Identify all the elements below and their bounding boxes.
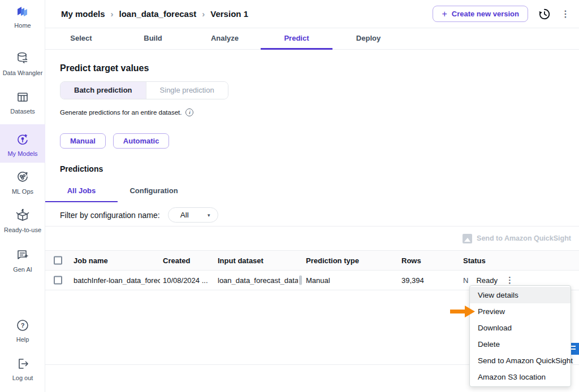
- status-prefix: N: [463, 276, 468, 285]
- sidebar: Home Data Wrangler Datase: [0, 0, 45, 392]
- col-created[interactable]: Created: [163, 256, 190, 265]
- col-job-name[interactable]: Job name: [74, 256, 108, 265]
- model-tab-bar: Select Build Analyze Predict Deploy: [45, 28, 579, 50]
- sidebar-item-gen-ai[interactable]: Gen AI: [0, 247, 45, 273]
- menu-item-delete[interactable]: Delete: [470, 336, 571, 352]
- chevron-down-icon: ▾: [208, 212, 210, 218]
- sidebar-item-data-wrangler[interactable]: Data Wrangler: [0, 51, 45, 76]
- select-all-checkbox[interactable]: [54, 256, 62, 265]
- menu-item-preview[interactable]: Preview: [470, 303, 571, 320]
- row-kebab-menu-icon[interactable]: ⋮: [505, 275, 514, 285]
- sidebar-label-help: Help: [0, 336, 45, 343]
- batch-caption: Generate predictions for an entire datas…: [60, 109, 182, 116]
- sidebar-item-datasets[interactable]: Datasets: [0, 90, 45, 115]
- sidebar-item-my-models[interactable]: My Models: [0, 124, 45, 163]
- version-history-icon[interactable]: [538, 8, 551, 20]
- sidebar-label-my-models: My Models: [0, 150, 45, 157]
- breadcrumb: My models › loan_data_forecast › Version…: [61, 9, 248, 19]
- datasets-icon: [16, 96, 29, 106]
- sidebar-label-home: Home: [0, 22, 45, 29]
- menu-item-view-details[interactable]: View details: [470, 287, 571, 303]
- single-prediction-toggle[interactable]: Single prediction: [146, 82, 228, 99]
- top-bar: My models › loan_data_forecast › Version…: [45, 0, 579, 28]
- sidebar-item-log-out[interactable]: Log out: [0, 357, 45, 381]
- log-out-icon: [16, 363, 29, 372]
- column-resize-handle[interactable]: [299, 276, 302, 285]
- gen-ai-icon: [15, 254, 30, 264]
- filter-label: Filter by configuration name:: [60, 211, 160, 220]
- breadcrumb-model-name[interactable]: loan_data_forecast: [119, 9, 197, 19]
- jobs-tab-bar: All Jobs Configuration: [45, 186, 190, 202]
- quicksight-action-bar: Send to Amazon QuickSight: [45, 227, 579, 250]
- sidebar-label-gen-ai: Gen AI: [0, 266, 45, 273]
- cell-input-dataset: loan_data_forecast_dataset: [218, 276, 298, 285]
- breadcrumb-my-models[interactable]: My models: [61, 9, 105, 19]
- predictions-title: Predictions: [60, 164, 103, 173]
- page-title: Predict target values: [60, 63, 149, 73]
- plus-icon: +: [442, 9, 447, 19]
- tab-build[interactable]: Build: [117, 28, 189, 49]
- sidebar-item-ready-to-use[interactable]: Ready-to-use: [0, 208, 45, 233]
- chevron-right-icon: ›: [111, 9, 114, 19]
- row-context-menu: View details Preview Download Delete Sen…: [469, 285, 571, 387]
- canvas-logo-icon: [15, 10, 30, 20]
- filter-row: Filter by configuration name: All ▾: [60, 207, 218, 223]
- chevron-right-icon: ›: [202, 9, 205, 19]
- sidebar-item-ml-ops[interactable]: ML Ops: [0, 169, 45, 195]
- prediction-action-buttons: Manual Automatic: [60, 133, 169, 149]
- tab-configuration[interactable]: Configuration: [118, 186, 190, 202]
- tab-predict[interactable]: Predict: [261, 28, 332, 49]
- filter-selected-value: All: [180, 211, 189, 219]
- top-bar-actions: + Create new version ⋮: [433, 6, 570, 22]
- app-window: Home Data Wrangler Datase: [0, 0, 579, 392]
- tab-all-jobs[interactable]: All Jobs: [45, 186, 118, 202]
- sidebar-label-ml-ops: ML Ops: [0, 188, 45, 195]
- row-checkbox[interactable]: [54, 276, 62, 285]
- tab-select[interactable]: Select: [45, 28, 117, 49]
- annotation-arrow-icon: [450, 306, 475, 320]
- create-new-version-button[interactable]: + Create new version: [433, 6, 528, 22]
- cell-job-name: batchInfer-loan_data_forecast: [74, 276, 160, 285]
- sidebar-label-ready-to-use: Ready-to-use: [0, 227, 45, 233]
- menu-item-s3-location[interactable]: Amazon S3 location: [470, 369, 571, 385]
- quicksight-icon: [463, 234, 472, 243]
- info-icon[interactable]: i: [185, 108, 193, 116]
- question-glyph: ?: [21, 322, 25, 329]
- sidebar-item-home[interactable]: Home: [0, 5, 45, 29]
- header-kebab-menu-icon[interactable]: ⋮: [561, 10, 570, 19]
- data-wrangler-icon: [15, 58, 30, 67]
- breadcrumb-version: Version 1: [210, 9, 248, 19]
- configuration-filter-dropdown[interactable]: All ▾: [168, 207, 218, 223]
- my-models-icon: [15, 138, 30, 148]
- jobs-table-header: Job name Created Input dataset Predictio…: [45, 250, 579, 271]
- col-rows[interactable]: Rows: [401, 256, 421, 265]
- cell-status: N Ready ⋮: [463, 275, 514, 285]
- status-value: Ready: [476, 276, 498, 285]
- col-prediction-type[interactable]: Prediction type: [306, 256, 359, 265]
- tab-analyze[interactable]: Analyze: [189, 28, 261, 49]
- send-to-quicksight-action[interactable]: Send to Amazon QuickSight: [477, 234, 571, 242]
- menu-item-download[interactable]: Download: [470, 320, 571, 336]
- cell-rows: 39,394: [401, 276, 424, 285]
- cell-prediction-type: Manual: [306, 276, 330, 285]
- sidebar-label-data-wrangler: Data Wrangler: [0, 69, 45, 76]
- batch-caption-row: Generate predictions for an entire datas…: [60, 108, 193, 116]
- menu-item-send-to-quicksight[interactable]: Send to Amazon QuickSight: [470, 352, 571, 369]
- manual-button[interactable]: Manual: [60, 133, 106, 149]
- ml-ops-icon: [15, 176, 30, 186]
- prediction-mode-toggle: Batch prediction Single prediction: [60, 81, 228, 99]
- sidebar-label-log-out: Log out: [0, 374, 45, 381]
- automatic-button[interactable]: Automatic: [113, 133, 170, 149]
- col-input-dataset[interactable]: Input dataset: [218, 256, 263, 265]
- sidebar-label-datasets: Datasets: [0, 108, 45, 115]
- cell-created: 10/08/2024 ...: [163, 276, 208, 285]
- batch-prediction-toggle[interactable]: Batch prediction: [61, 82, 146, 99]
- sidebar-item-help[interactable]: ? Help: [0, 319, 45, 343]
- col-status[interactable]: Status: [463, 256, 486, 265]
- tab-deploy[interactable]: Deploy: [332, 28, 404, 49]
- ready-to-use-icon: [15, 215, 30, 224]
- create-new-version-label: Create new version: [452, 10, 519, 18]
- help-icon: ?: [16, 324, 29, 334]
